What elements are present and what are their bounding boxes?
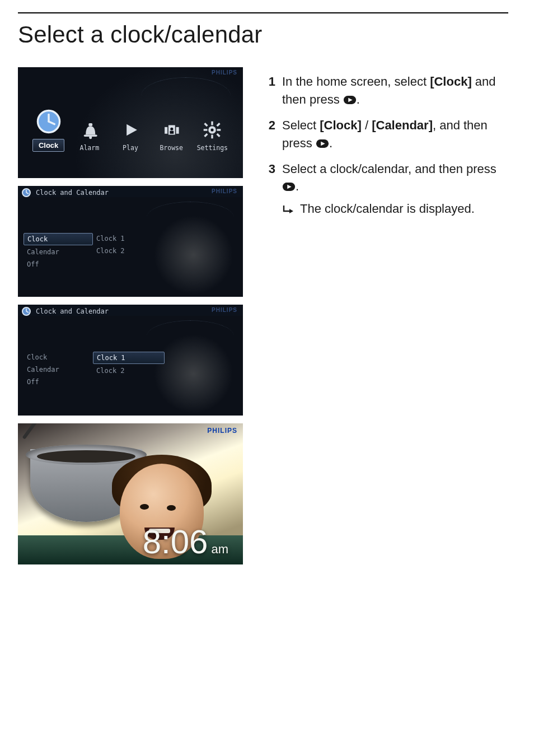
ui-reference: [Calendar] (372, 118, 433, 132)
step-text: In the home screen, select (282, 74, 430, 88)
home-menu-label: Clock (32, 139, 64, 152)
home-menu-item-clock[interactable]: Clock (30, 109, 68, 152)
step-body: In the home screen, select [Clock] and t… (282, 73, 508, 109)
menu-item[interactable]: Off (24, 376, 93, 388)
menu-item[interactable]: Clock 2 (93, 245, 165, 256)
instruction-step: 1In the home screen, select [Clock] and … (264, 73, 508, 109)
step-text: . (357, 92, 360, 106)
menu-item[interactable]: Clock 2 (93, 365, 165, 376)
step-text: / (362, 118, 372, 132)
clock-icon (35, 109, 63, 134)
instruction-step: 3Select a clock/calendar, and then press… (264, 160, 508, 218)
ui-reference: [Clock] (430, 74, 472, 88)
menu-item[interactable]: Calendar (24, 246, 93, 258)
brand-label: PHILIPS (212, 307, 237, 313)
menu-header-title: Clock and Calendar (36, 189, 109, 197)
step-text: Select (282, 118, 320, 132)
page-title: Select a clock/calendar (18, 21, 508, 48)
menu-item[interactable]: Calendar (24, 364, 93, 375)
instruction-step: 2Select [Clock] / [Calendar], and then p… (264, 116, 508, 152)
step-body: Select [Clock] / [Calendar], and then pr… (282, 116, 508, 152)
brand-label: PHILIPS (212, 69, 237, 76)
rule-top (18, 12, 508, 13)
home-menu-label: Play (123, 144, 138, 152)
clock-icon (21, 306, 31, 316)
menu-item[interactable]: Clock (24, 233, 93, 245)
home-menu-item-settings[interactable]: Settings (193, 120, 231, 152)
home-menu-item-alarm[interactable]: Alarm (71, 120, 109, 152)
brand-label: PHILIPS (212, 188, 237, 194)
home-menu-label: Browse (160, 144, 183, 152)
step-number: 3 (264, 160, 275, 218)
clock-time-value: 8:06 (143, 525, 208, 559)
menu-header-title: Clock and Calendar (36, 307, 109, 315)
play-icon (120, 120, 141, 139)
home-menu-item-play[interactable]: Play (111, 120, 149, 152)
alarm-icon (79, 120, 100, 139)
screenshot-clock-menu-2: Clock and CalendarPHILIPSClockCalendarOf… (18, 305, 243, 416)
screenshot-clock-menu-1: Clock and CalendarPHILIPSClockCalendarOf… (18, 186, 243, 297)
step-result-text: The clock/calendar is displayed. (300, 200, 475, 218)
menu-item[interactable]: Clock (24, 352, 93, 363)
step-body: Select a clock/calendar, and then press … (282, 160, 508, 218)
play-button-icon (282, 182, 296, 192)
step-number: 1 (264, 73, 275, 109)
menu-item[interactable]: Off (24, 259, 93, 270)
browse-icon (161, 120, 182, 139)
menu-item[interactable]: Clock 1 (93, 233, 165, 244)
ui-reference: [Clock] (320, 118, 362, 132)
step-number: 2 (264, 116, 275, 152)
step-text: . (296, 179, 299, 193)
play-button-icon (316, 139, 329, 148)
home-menu-label: Settings (197, 144, 228, 152)
home-menu-label: Alarm (79, 144, 99, 152)
step-text: . (329, 136, 332, 150)
home-menu-item-browse[interactable]: Browse (152, 120, 190, 152)
screenshot-clock-display: PHILIPS 8:06 am (18, 423, 243, 564)
result-arrow-icon (282, 202, 294, 214)
instruction-list: 1In the home screen, select [Clock] and … (264, 73, 508, 218)
settings-icon (202, 120, 223, 139)
clock-ampm: am (211, 543, 228, 556)
step-text: Select a clock/calendar, and then press (282, 162, 496, 176)
menu-item[interactable]: Clock 1 (93, 352, 165, 364)
brand-label: PHILIPS (207, 427, 237, 435)
clock-time: 8:06 am (143, 525, 228, 559)
clock-icon (21, 188, 31, 198)
screenshot-home: PHILIPS ClockAlarmPlayBrowseSettings (18, 67, 243, 178)
play-button-icon (343, 95, 357, 105)
step-result: The clock/calendar is displayed. (282, 200, 508, 218)
